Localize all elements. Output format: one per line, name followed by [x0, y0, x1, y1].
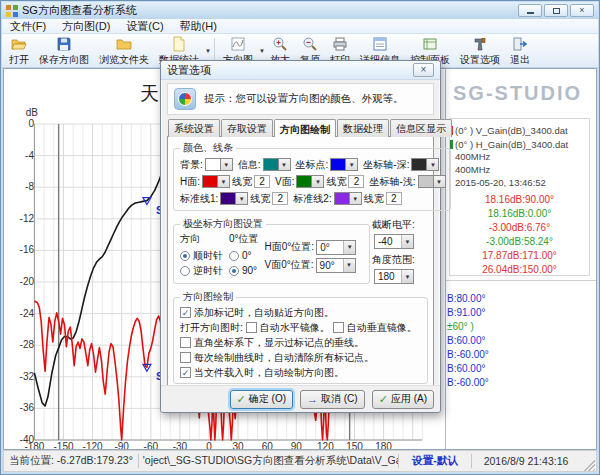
x-tick-label: -120 — [79, 441, 107, 449]
chevron-down-icon: ▼ — [218, 176, 229, 187]
menu-help[interactable]: 帮助(H) — [172, 19, 225, 34]
clockwise-radio[interactable] — [180, 251, 190, 261]
maximize-button[interactable] — [544, 4, 568, 17]
clear-markers-checkbox[interactable] — [180, 352, 191, 363]
zero-90-radio[interactable] — [229, 266, 239, 276]
marker-list: B:80.00° B:91.00° ±60° ) B:60.00° B:-60.… — [446, 293, 596, 391]
apply-button[interactable]: ✓应用 (A) — [372, 390, 434, 409]
tab-pattern-drawing[interactable]: 方向图绘制 — [274, 119, 336, 137]
info-color-label: 信息: — [238, 158, 261, 172]
chevron-down-icon: ▼ — [401, 235, 413, 248]
h-plane-color-dropdown[interactable]: ▼ — [202, 175, 230, 188]
y-axis-label: dB — [14, 107, 38, 118]
x-tick-label: 0 — [195, 441, 223, 449]
info-color-dropdown[interactable]: ▼ — [263, 158, 291, 171]
std-line2-color-label: 标准线2: — [293, 192, 331, 206]
chevron-down-icon: ▼ — [346, 159, 357, 170]
v-plane-color-dropdown[interactable]: ▼ — [296, 175, 324, 188]
h-width-input[interactable]: 2 — [254, 175, 270, 188]
polar-group: 极坐标方向图设置 方向 顺时针 逆时针 0°位置 0° 90° — [173, 217, 370, 284]
draw-group: 方向图绘制 ✓添加标记时，自动贴近方向图。 打开方向图时: 自动水平镜像。 自动… — [173, 290, 428, 384]
x-tick-label: 60 — [253, 441, 281, 449]
tab-data-processing[interactable]: 数据处理 — [337, 119, 389, 137]
y-tick-label: -28 — [8, 339, 34, 350]
y-tick-label: -16 — [8, 244, 34, 255]
std-line2-width-input[interactable]: 2 — [386, 192, 402, 205]
axis-dark-color-dropdown[interactable]: ▼ — [411, 158, 439, 171]
y-tick-label: -20 — [8, 276, 34, 287]
save-pattern-button[interactable]: 保存方向图 — [34, 35, 94, 67]
tip-box: 提示：您可以设置方向图的颜色、外观等。 — [167, 83, 434, 115]
v-width-input[interactable]: 2 — [348, 175, 364, 188]
cancel-button[interactable]: →取消 (C) — [300, 390, 365, 409]
angle-range-select[interactable]: 180▼ — [374, 269, 414, 284]
zero-0-radio[interactable] — [229, 251, 239, 261]
h-mirror-checkbox[interactable] — [246, 322, 257, 333]
v-zero-select[interactable]: 90°▼ — [316, 258, 356, 273]
data-stats-dropdown[interactable]: ▼ — [205, 48, 211, 54]
ok-button[interactable]: ✓确定 (O) — [230, 390, 293, 409]
marker-entry: B:-60.00° — [446, 377, 596, 391]
browse-folder-button[interactable]: 浏览文件夹 — [94, 35, 154, 67]
open-button[interactable]: 打开 — [4, 35, 34, 67]
marker-entry: B:60.00° — [446, 363, 596, 377]
point-color-label: 坐标点: — [296, 158, 329, 172]
tab-access-settings[interactable]: 存取设置 — [221, 119, 273, 137]
dialog-close-button[interactable]: × — [413, 63, 434, 77]
h-zero-label: H面0°位置: — [265, 240, 315, 254]
minimize-button[interactable] — [518, 4, 542, 17]
measurement: 17.87dB:171.00° — [450, 250, 589, 264]
axis-light-color-label: 坐标轴-浅: — [369, 175, 415, 189]
menu-pattern[interactable]: 方向图(D) — [54, 19, 118, 34]
std-line1-width-label: 线宽 — [250, 192, 270, 206]
measurement: -3.00dB:6.76° — [450, 222, 589, 236]
snap-marker-checkbox[interactable]: ✓ — [180, 307, 191, 318]
file-path: 'oject\_SG-STUDIO\SG方向图查看分析系统\Data\V_Gai… — [139, 454, 398, 468]
y-tick-label: -32 — [8, 371, 34, 382]
chart-title: 天 — [140, 81, 159, 107]
h-zero-select[interactable]: 0°▼ — [316, 240, 356, 255]
h-plane-color-label: H面: — [180, 175, 200, 189]
v-plane-color-label: V面: — [275, 175, 294, 189]
auto-draw-checkbox[interactable]: ✓ — [180, 367, 191, 378]
open-folder-icon — [11, 36, 27, 52]
cutoff-select[interactable]: -40▼ — [374, 234, 414, 249]
point-color-dropdown[interactable]: ▼ — [330, 158, 358, 171]
pattern-icon — [230, 36, 246, 52]
tip-text: 提示：您可以设置方向图的颜色、外观等。 — [204, 92, 404, 106]
close-button[interactable]: × — [570, 4, 594, 17]
menu-file[interactable]: 文件(F) — [2, 19, 54, 34]
exit-button[interactable]: 退出 — [505, 35, 535, 67]
vertical-line-checkbox[interactable] — [180, 337, 191, 348]
titlebar: SG方向图查看分析系统 × — [2, 2, 598, 19]
tab-info-display[interactable]: 信息区显示 — [390, 119, 452, 137]
tab-system-settings[interactable]: 系统设置 — [168, 119, 220, 137]
check-icon: ✓ — [237, 394, 246, 405]
menubar: 文件(F) 方向图(D) 设置(C) 帮助(H) — [2, 19, 598, 34]
measurement: 18.16dB:0.00° — [450, 208, 589, 222]
std-line1-width-input[interactable]: 2 — [272, 192, 288, 205]
x-tick-label: 30 — [224, 441, 252, 449]
std-line1-color-dropdown[interactable]: ▼ — [220, 192, 248, 205]
browse-folder-icon — [116, 36, 132, 52]
x-tick-label: 180 — [370, 441, 398, 449]
y-tick-label: -12 — [8, 213, 34, 224]
chevron-down-icon: ▼ — [236, 193, 247, 204]
zero-pos-label: 0°位置 — [229, 232, 259, 246]
counterclockwise-radio[interactable] — [180, 266, 190, 276]
save-icon — [56, 36, 72, 52]
cursor-position: 当前位置: -6.27dB:179.23° — [4, 454, 138, 468]
axis-light-color-dropdown[interactable]: ▼ — [418, 175, 446, 188]
menu-settings[interactable]: 设置(C) — [118, 19, 171, 34]
x-tick-label: -90 — [108, 441, 136, 449]
bg-color-dropdown[interactable]: ▼ — [205, 158, 233, 171]
frequency-line: 400MHz — [450, 164, 589, 177]
resize-grip[interactable] — [582, 458, 595, 471]
std-line2-color-dropdown[interactable]: ▼ — [334, 192, 362, 205]
v-mirror-checkbox[interactable] — [333, 322, 344, 333]
dialog-titlebar[interactable]: 设置选项 × — [161, 61, 440, 80]
marker-entry: B:80.00° — [446, 293, 596, 307]
settings-options-button[interactable]: 设置选项 — [455, 35, 505, 67]
chevron-down-icon: ▼ — [312, 176, 323, 187]
chevron-down-icon: ▼ — [279, 159, 290, 170]
